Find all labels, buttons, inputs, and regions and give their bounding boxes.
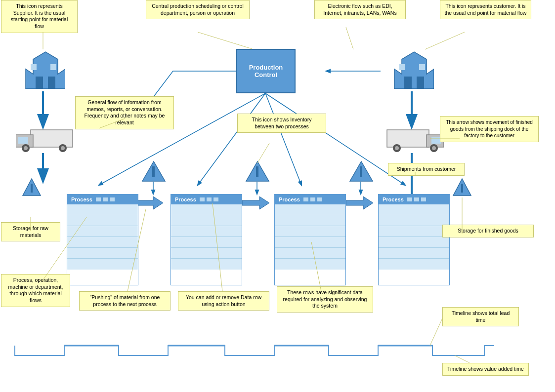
- process-header-4: Process: [379, 195, 449, 204]
- svg-marker-18: [26, 52, 65, 89]
- data-box-1b: [102, 197, 108, 202]
- callout-customer-text: This icon represents customer. It is the…: [445, 3, 527, 16]
- data-row-3-4: [275, 237, 345, 248]
- svg-rect-26: [399, 64, 405, 70]
- callout-electronic: Electronic flow such as EDI, Internet, i…: [314, 0, 406, 19]
- supplier-factory-icon: [21, 49, 65, 89]
- data-row-2-5: [171, 248, 242, 259]
- data-row-2-6: [171, 259, 242, 270]
- process-header-3: Process: [275, 195, 345, 204]
- data-row-2-4: [171, 237, 242, 248]
- customer-truck-icon: [384, 126, 444, 153]
- callout-significant: These rows have significant data require…: [277, 286, 373, 313]
- svg-rect-21: [31, 64, 37, 70]
- data-box-4c: [421, 197, 427, 202]
- svg-marker-23: [394, 52, 434, 89]
- production-control-label: Production Control: [249, 64, 283, 78]
- process-box-4: Process: [378, 194, 450, 285]
- svg-rect-30: [18, 137, 28, 144]
- svg-line-4: [265, 93, 301, 185]
- inventory-triangle-3: [349, 160, 374, 184]
- process-box-2: Process: [171, 194, 242, 285]
- callout-electronic-text: Electronic flow such as EDI, Internet, i…: [323, 3, 396, 16]
- data-row-1-4: [67, 237, 138, 248]
- svg-line-53: [198, 32, 252, 49]
- svg-rect-19: [36, 77, 43, 89]
- data-row-1-2: [67, 215, 138, 226]
- callout-supplier: This icon represents Supplier. It is the…: [1, 0, 78, 33]
- data-row-1-6: [67, 259, 138, 270]
- svg-rect-28: [31, 130, 73, 147]
- data-row-1-1: [67, 204, 138, 215]
- svg-line-54: [346, 27, 353, 49]
- data-box-2a: [199, 197, 205, 202]
- process-header-2: Process: [171, 195, 242, 204]
- svg-point-32: [24, 146, 28, 150]
- production-control-box: Production Control: [236, 49, 296, 93]
- svg-rect-35: [387, 130, 429, 147]
- data-box-1c: [109, 197, 115, 202]
- data-row-3-2: [275, 215, 345, 226]
- svg-rect-27: [419, 64, 425, 70]
- svg-point-34: [61, 146, 65, 150]
- inventory-triangle-right: [452, 178, 472, 198]
- process-header-1: Process: [67, 195, 138, 204]
- svg-line-66: [430, 318, 442, 346]
- callout-movement-text: This arrow shows movement of finished go…: [446, 119, 533, 138]
- svg-rect-25: [417, 77, 424, 89]
- supplier-truck-icon: [16, 126, 75, 153]
- data-box-3b: [310, 197, 316, 202]
- callout-movement: This arrow shows movement of finished go…: [440, 116, 539, 142]
- customer-factory-icon: [389, 49, 434, 89]
- process-box-1: Process: [67, 194, 138, 285]
- callout-pushing-text: "Pushing" of material from one process t…: [90, 294, 160, 307]
- data-row-4-1: [379, 204, 449, 215]
- data-row-2-3: [171, 226, 242, 237]
- data-row-4-3: [379, 226, 449, 237]
- data-row-1-3: [67, 226, 138, 237]
- svg-rect-45: [152, 166, 155, 177]
- svg-line-55: [425, 32, 465, 49]
- svg-rect-47: [256, 166, 258, 177]
- data-box-3c: [317, 197, 323, 202]
- data-row-4-2: [379, 215, 449, 226]
- svg-rect-20: [48, 77, 55, 89]
- data-box-4a: [407, 197, 413, 202]
- data-box-4b: [414, 197, 420, 202]
- data-row-4-5: [379, 248, 449, 259]
- data-row-2-2: [171, 215, 242, 226]
- callout-storage-materials: Storage for raw materials: [1, 222, 60, 241]
- callout-shipments: Shipments from customer: [388, 163, 465, 176]
- svg-rect-51: [461, 184, 463, 193]
- callout-inventory-text: This icon shows Inventory between two pr…: [252, 117, 312, 129]
- callout-prod-control-text: Central production scheduling or control…: [152, 3, 244, 16]
- callout-timeline-value: Timeline shows value added time: [442, 363, 529, 376]
- callout-storage-finished: Storage for finished goods: [442, 225, 534, 237]
- data-row-3-5: [275, 248, 345, 259]
- inventory-triangle-left: [22, 178, 42, 198]
- callout-info-flow: General flow of information from memos, …: [75, 96, 174, 129]
- svg-marker-8: [136, 196, 163, 209]
- data-row-2-1: [171, 204, 242, 215]
- data-row-1-5: [67, 248, 138, 259]
- process-label-4: Process: [383, 196, 404, 202]
- process-label-3: Process: [279, 196, 300, 202]
- data-box-3a: [303, 197, 309, 202]
- svg-rect-22: [50, 64, 56, 70]
- callout-process: Process, operation, machine or departmen…: [1, 274, 70, 307]
- process-label-2: Process: [175, 196, 196, 202]
- data-row-3-3: [275, 226, 345, 237]
- process-box-3: Process: [274, 194, 346, 285]
- callout-inventory: This icon shows Inventory between two pr…: [237, 114, 326, 133]
- callout-customer: This icon represents customer. It is the…: [440, 0, 531, 19]
- svg-rect-49: [360, 166, 362, 177]
- callout-process-text: Process, operation, machine or departmen…: [8, 277, 63, 303]
- callout-info-flow-text: General flow of information from memos, …: [85, 99, 165, 125]
- data-box-2b: [206, 197, 212, 202]
- svg-marker-10: [346, 196, 373, 209]
- data-row-3-6: [275, 259, 345, 270]
- process-label-1: Process: [71, 196, 92, 202]
- svg-rect-43: [31, 184, 33, 193]
- data-row-4-6: [379, 259, 449, 270]
- callout-pushing: "Pushing" of material from one process t…: [79, 291, 171, 311]
